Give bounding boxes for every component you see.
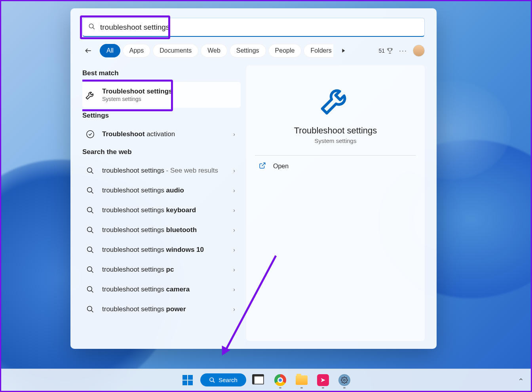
result-title: troubleshoot settings keyboard	[102, 206, 227, 214]
svg-point-24	[344, 379, 346, 381]
section-web: Search the web	[82, 144, 241, 161]
chrome-button[interactable]	[272, 371, 289, 389]
web-result[interactable]: troubleshoot settings audio ›	[82, 181, 241, 200]
open-action[interactable]: Open	[255, 156, 416, 177]
more-options[interactable]: ···	[399, 47, 407, 55]
search-box[interactable]	[82, 18, 425, 37]
windows-icon	[182, 375, 193, 385]
taskbar: Search ➤	[1, 369, 531, 391]
tabs-scroll-right[interactable]	[338, 45, 349, 56]
taskbar-search[interactable]: Search	[200, 373, 246, 386]
start-search-panel: All Apps Documents Web Settings People F…	[70, 8, 437, 349]
result-title: troubleshoot settings bluetooth	[102, 226, 227, 234]
section-settings: Settings	[82, 108, 241, 124]
chrome-icon	[274, 374, 286, 386]
svg-point-15	[87, 267, 92, 272]
search-label: Search	[218, 377, 238, 383]
search-icon	[85, 244, 96, 255]
task-view-button[interactable]	[250, 371, 268, 389]
best-match-result[interactable]: Troubleshoot settings System settings	[82, 82, 241, 108]
system-tray	[518, 377, 524, 383]
search-icon	[85, 264, 96, 275]
start-button[interactable]	[179, 371, 196, 389]
svg-line-14	[91, 251, 93, 253]
rewards-points[interactable]: 51	[378, 47, 393, 54]
search-icon	[85, 165, 96, 176]
result-title: troubleshoot settings windows 10	[102, 246, 227, 254]
svg-point-19	[87, 306, 92, 311]
chevron-right-icon: ›	[233, 131, 235, 137]
app-icon: ➤	[317, 374, 329, 386]
search-icon	[85, 225, 96, 236]
tab-folders[interactable]: Folders	[304, 44, 333, 57]
web-result[interactable]: troubleshoot settings bluetooth ›	[82, 220, 241, 240]
chevron-right-icon: ›	[233, 167, 235, 174]
gear-icon	[338, 374, 350, 386]
search-icon	[88, 23, 95, 32]
back-button[interactable]	[82, 45, 94, 57]
chevron-right-icon: ›	[233, 306, 235, 312]
svg-point-11	[87, 227, 92, 232]
web-result[interactable]: troubleshoot settings keyboard ›	[82, 200, 241, 220]
chevron-right-icon: ›	[233, 247, 235, 253]
svg-line-23	[213, 381, 215, 382]
results-list: Best match Troubleshoot settings System …	[82, 65, 241, 341]
svg-line-16	[91, 271, 93, 273]
preview-panel: Troubleshoot settings System settings Op…	[246, 65, 425, 341]
tab-people[interactable]: People	[268, 44, 302, 57]
search-icon	[85, 284, 96, 295]
tab-web[interactable]: Web	[201, 44, 227, 57]
svg-point-0	[89, 24, 93, 28]
svg-line-1	[93, 27, 95, 29]
preview-subtitle: System settings	[315, 137, 357, 144]
web-result[interactable]: troubleshoot settings power ›	[82, 299, 241, 319]
chevron-right-icon: ›	[233, 266, 235, 273]
rewards-count: 51	[378, 48, 385, 54]
svg-point-13	[87, 247, 92, 252]
tab-settings[interactable]: Settings	[230, 44, 266, 57]
svg-point-7	[87, 188, 92, 192]
search-icon	[209, 377, 215, 383]
tab-apps[interactable]: Apps	[123, 44, 150, 57]
web-result[interactable]: troubleshoot settings pc ›	[82, 260, 241, 280]
chevron-right-icon: ›	[233, 187, 235, 194]
tab-documents[interactable]: Documents	[153, 44, 198, 57]
check-circle-icon	[85, 129, 96, 140]
file-explorer-button[interactable]	[293, 371, 310, 389]
result-title: troubleshoot settings audio	[102, 186, 227, 194]
search-input[interactable]	[100, 23, 419, 32]
folder-icon	[296, 375, 308, 385]
svg-marker-3	[342, 49, 345, 52]
chevron-right-icon: ›	[233, 207, 235, 213]
chevron-right-icon: ›	[233, 227, 235, 233]
open-label: Open	[273, 163, 289, 170]
result-title: troubleshoot settings pc	[102, 266, 227, 274]
filter-row: All Apps Documents Web Settings People F…	[82, 44, 425, 57]
tab-all[interactable]: All	[100, 44, 120, 57]
web-result[interactable]: troubleshoot settings windows 10 ›	[82, 240, 241, 260]
settings-result[interactable]: Troubleshoot activation ›	[82, 124, 241, 144]
svg-line-10	[91, 211, 93, 213]
result-title: troubleshoot settings - See web results	[102, 167, 227, 175]
svg-point-9	[87, 207, 92, 212]
svg-point-4	[87, 131, 94, 138]
svg-point-17	[87, 287, 92, 291]
open-icon	[259, 162, 266, 171]
app-button[interactable]: ➤	[314, 371, 332, 389]
result-subtitle: System settings	[102, 96, 235, 102]
result-title: troubleshoot settings power	[102, 305, 227, 313]
settings-button[interactable]	[336, 371, 353, 389]
svg-point-5	[87, 168, 92, 173]
web-result[interactable]: troubleshoot settings camera ›	[82, 280, 241, 299]
svg-line-8	[91, 192, 93, 194]
search-icon	[85, 185, 96, 196]
search-icon	[85, 304, 96, 315]
chevron-right-icon: ›	[233, 286, 235, 293]
section-best-match: Best match	[82, 65, 241, 82]
web-result[interactable]: troubleshoot settings - See web results …	[82, 161, 241, 181]
tray-chevron-up[interactable]	[518, 377, 524, 383]
filter-tabs: All Apps Documents Web Settings People F…	[100, 44, 333, 57]
search-icon	[85, 205, 96, 216]
svg-line-6	[91, 172, 93, 174]
user-avatar[interactable]	[413, 45, 425, 57]
